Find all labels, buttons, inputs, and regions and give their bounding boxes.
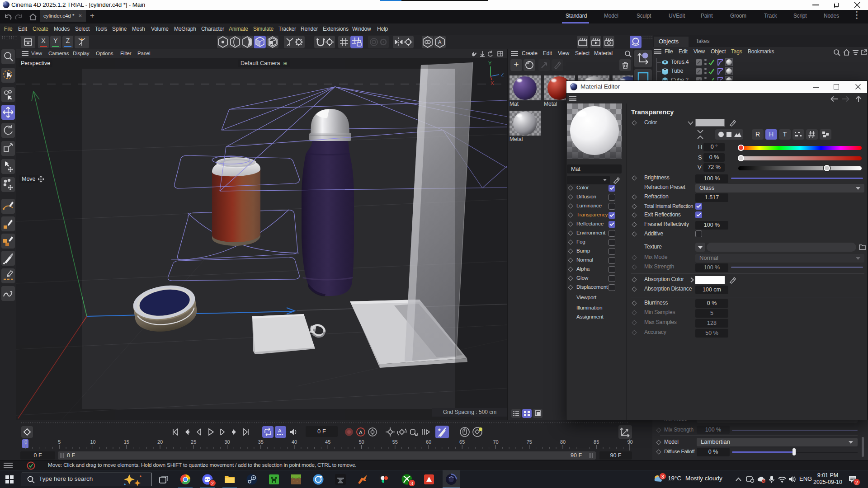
svg-text:20: 20 [157,439,163,445]
svg-text:80: 80 [560,439,566,445]
svg-text:Y: Y [488,61,492,66]
svg-text:45: 45 [325,439,330,445]
svg-text:60: 60 [426,439,431,445]
svg-text:A: A [438,39,442,45]
svg-text:X: X [491,80,494,86]
svg-text:Z: Z [501,72,504,77]
svg-text:A: A [278,428,282,433]
svg-text:30: 30 [224,439,230,445]
svg-text:10: 10 [90,439,95,445]
svg-text:A: A [359,430,363,435]
svg-text:40: 40 [292,439,297,445]
svg-text:5: 5 [58,439,61,445]
svg-text:25: 25 [191,439,196,445]
svg-text:35: 35 [258,439,264,445]
svg-text:15: 15 [124,439,129,445]
svg-text:70: 70 [493,439,498,445]
svg-text:55: 55 [392,439,398,445]
svg-text:50: 50 [359,439,364,445]
svg-text:75: 75 [527,439,532,445]
svg-text:85: 85 [594,439,599,445]
svg-text:65: 65 [459,439,465,445]
svg-text:0: 0 [24,439,27,445]
